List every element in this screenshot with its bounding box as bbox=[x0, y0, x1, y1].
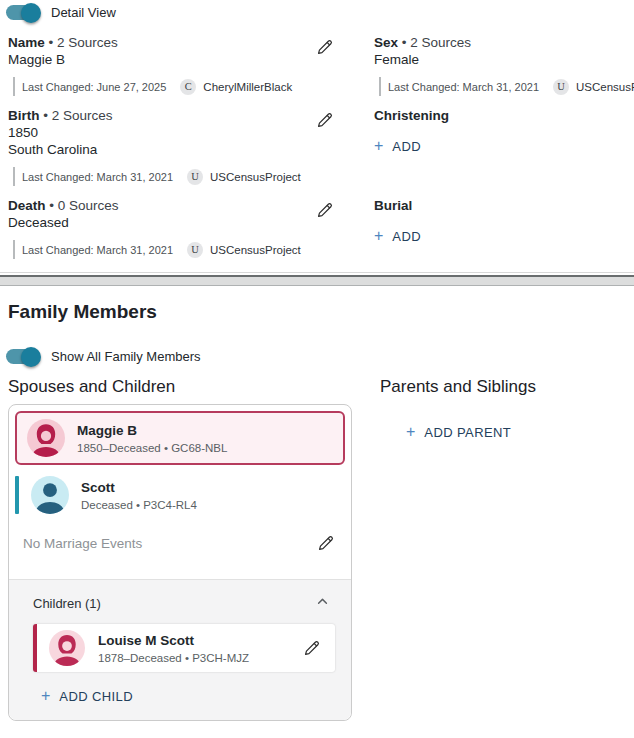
pencil-icon bbox=[315, 38, 334, 57]
vitals-section: Name • 2 Sources Maggie B Last Changed: … bbox=[0, 20, 634, 270]
fact-sex-sources: • 2 Sources bbox=[402, 35, 471, 50]
fact-birth-date: 1850 bbox=[8, 124, 346, 141]
last-changed-text: Last Changed: March 31, 2021 bbox=[22, 244, 173, 256]
person-lifespan-id: Deceased • P3C4-RL4 bbox=[81, 499, 197, 511]
contributor-name[interactable]: CherylMillerBlack bbox=[203, 81, 292, 93]
male-accent-bar bbox=[15, 476, 19, 514]
person-lifespan-id: 1850–Deceased • GC68-NBL bbox=[77, 442, 227, 454]
pencil-icon bbox=[315, 201, 334, 220]
person-name: Louise M Scott bbox=[98, 633, 249, 649]
no-marriage-events-text: No Marriage Events bbox=[23, 536, 142, 551]
last-changed-text: Last Changed: June 27, 2025 bbox=[22, 81, 166, 93]
family-members-title: Family Members bbox=[8, 301, 634, 323]
plus-icon: + bbox=[374, 139, 383, 153]
collapse-children-button[interactable] bbox=[312, 593, 333, 613]
fact-name: Name • 2 Sources Maggie B Last Changed: … bbox=[0, 34, 346, 107]
fact-death-value: Deceased bbox=[8, 214, 346, 231]
fact-birth: Birth • 2 Sources 1850 South Carolina La… bbox=[0, 107, 346, 197]
pencil-icon bbox=[315, 111, 334, 130]
person-name: Maggie B bbox=[77, 423, 227, 439]
add-child-button[interactable]: + ADD CHILD bbox=[41, 689, 133, 704]
fact-christening: Christening + ADD bbox=[346, 107, 634, 197]
plus-icon: + bbox=[406, 425, 415, 439]
person-card-maggie-b[interactable]: Maggie B 1850–Deceased • GC68-NBL bbox=[15, 411, 345, 465]
marriage-events-row: No Marriage Events bbox=[14, 519, 346, 570]
female-avatar-icon bbox=[49, 630, 85, 666]
edit-marriage-button[interactable] bbox=[314, 532, 337, 555]
last-changed-text: Last Changed: March 31, 2021 bbox=[388, 81, 539, 93]
edit-name-button[interactable] bbox=[313, 36, 336, 59]
contributor-avatar: C bbox=[180, 79, 196, 95]
fact-death-last-changed-row: Last Changed: March 31, 2021 U USCensusP… bbox=[13, 240, 346, 259]
fact-name-last-changed-row: Last Changed: June 27, 2025 C CherylMill… bbox=[13, 77, 346, 96]
fact-name-label: Name bbox=[8, 35, 45, 50]
contributor-avatar: U bbox=[187, 169, 203, 185]
show-all-toggle-row: Show All Family Members bbox=[0, 349, 634, 364]
children-panel: Children (1) bbox=[9, 579, 351, 720]
chevron-up-icon bbox=[314, 598, 331, 613]
parents-and-siblings-column: Parents and Siblings + ADD PARENT bbox=[366, 377, 634, 441]
detail-view-toggle[interactable] bbox=[6, 5, 39, 20]
detail-view-toggle-row: Detail View bbox=[0, 0, 634, 20]
fact-sex-last-changed-row: Last Changed: March 31, 2021 U USCensusP… bbox=[379, 77, 634, 96]
fact-birth-place: South Carolina bbox=[8, 141, 346, 158]
person-card-louise-m-scott[interactable]: Louise M Scott 1878–Deceased • P3CH-MJZ bbox=[33, 624, 335, 672]
last-changed-text: Last Changed: March 31, 2021 bbox=[22, 171, 173, 183]
fact-birth-label: Birth bbox=[8, 108, 40, 123]
person-lifespan-id: 1878–Deceased • P3CH-MJZ bbox=[98, 652, 249, 664]
fact-burial: Burial + ADD bbox=[346, 197, 634, 270]
toggle-knob-icon bbox=[21, 3, 41, 23]
detail-view-label: Detail View bbox=[51, 5, 116, 20]
family-members-section: Spouses and Children bbox=[0, 377, 634, 738]
fact-sex: Sex • 2 Sources Female Last Changed: Mar… bbox=[346, 34, 634, 107]
edit-birth-button[interactable] bbox=[313, 109, 336, 132]
toggle-knob-icon bbox=[21, 347, 41, 367]
section-divider bbox=[0, 272, 634, 286]
female-avatar-icon bbox=[27, 419, 65, 457]
fact-birth-sources: • 2 Sources bbox=[43, 108, 112, 123]
fact-burial-label: Burial bbox=[374, 198, 412, 213]
contributor-name[interactable]: USCensusProject bbox=[210, 171, 301, 183]
children-count-label: Children (1) bbox=[33, 596, 101, 611]
show-all-family-label: Show All Family Members bbox=[51, 349, 201, 364]
contributor-avatar: U bbox=[187, 242, 203, 258]
fact-christening-label: Christening bbox=[374, 108, 449, 123]
person-card-scott[interactable]: Scott Deceased • P3C4-RL4 bbox=[15, 473, 345, 517]
parents-siblings-title: Parents and Siblings bbox=[380, 377, 634, 397]
fact-name-value: Maggie B bbox=[8, 51, 346, 68]
contributor-name[interactable]: USCensusProject bbox=[210, 244, 301, 256]
add-parent-button[interactable]: + ADD PARENT bbox=[406, 425, 511, 440]
add-christening-button[interactable]: + ADD bbox=[374, 139, 421, 154]
fact-sex-value: Female bbox=[374, 51, 634, 68]
edit-child-button[interactable] bbox=[300, 637, 323, 660]
spouses-and-children-column: Spouses and Children bbox=[0, 377, 366, 738]
pencil-icon bbox=[316, 534, 335, 553]
show-all-family-toggle[interactable] bbox=[6, 349, 39, 364]
fact-death-label: Death bbox=[8, 198, 46, 213]
spouses-children-title: Spouses and Children bbox=[8, 377, 366, 397]
contributor-name[interactable]: USCensusProject bbox=[576, 81, 634, 93]
spouse-family-card: Maggie B 1850–Deceased • GC68-NBL bbox=[8, 404, 352, 721]
contributor-avatar: U bbox=[553, 79, 569, 95]
person-name: Scott bbox=[81, 480, 197, 496]
fact-name-sources: • 2 Sources bbox=[49, 35, 118, 50]
male-avatar-icon bbox=[31, 476, 69, 514]
edit-death-button[interactable] bbox=[313, 199, 336, 222]
plus-icon: + bbox=[374, 229, 383, 243]
fact-death: Death • 0 Sources Deceased Last Changed:… bbox=[0, 197, 346, 270]
add-burial-button[interactable]: + ADD bbox=[374, 229, 421, 244]
fact-birth-last-changed-row: Last Changed: March 31, 2021 U USCensusP… bbox=[13, 167, 346, 186]
pencil-icon bbox=[302, 639, 321, 658]
plus-icon: + bbox=[41, 689, 50, 703]
fact-sex-label: Sex bbox=[374, 35, 398, 50]
fact-death-sources: • 0 Sources bbox=[49, 198, 118, 213]
